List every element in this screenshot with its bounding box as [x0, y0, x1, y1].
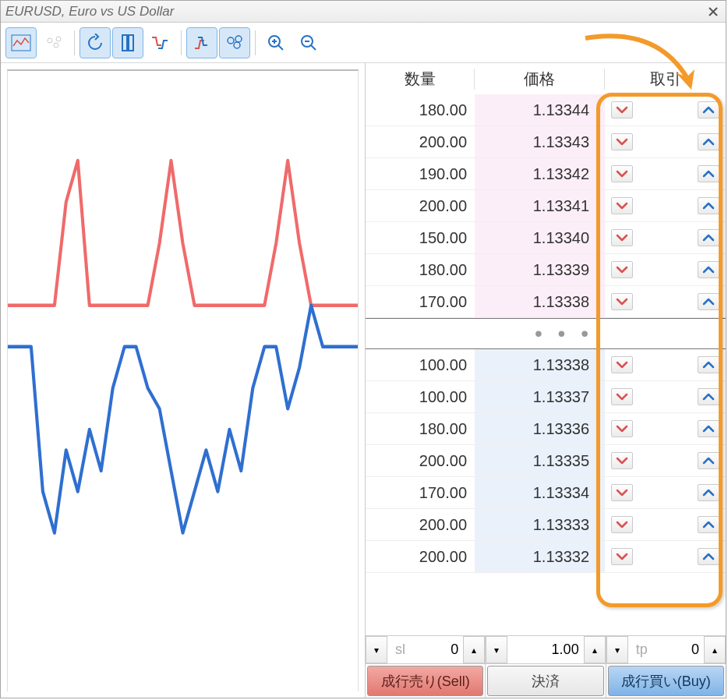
trade-cell — [605, 445, 726, 476]
dom-row: 200.001.13335 — [366, 445, 726, 477]
buy-at-price-button[interactable] — [698, 516, 719, 533]
sell-at-price-button[interactable] — [611, 420, 633, 437]
dom-rows: 180.001.13344200.001.13343190.001.133422… — [366, 94, 726, 635]
dom-row: 200.001.13343 — [366, 126, 726, 158]
chart-mode-button[interactable] — [5, 27, 37, 58]
buy-at-price-button[interactable] — [698, 452, 719, 469]
volume-cell: 180.00 — [366, 254, 475, 285]
buy-at-price-button[interactable] — [698, 165, 719, 182]
tp-decrease-button[interactable]: ▾ — [606, 636, 628, 663]
sell-at-price-button[interactable] — [611, 229, 633, 246]
price-cell: 1.13341 — [475, 190, 605, 221]
market-buy-button[interactable]: 成行買い(Buy) — [608, 666, 724, 696]
header-price: 価格 — [475, 69, 605, 90]
svg-point-1 — [48, 38, 52, 43]
volume-cell: 200.00 — [366, 541, 475, 572]
chart-svg — [8, 71, 358, 691]
refresh-button[interactable] — [80, 27, 111, 58]
buy-at-price-button[interactable] — [698, 261, 719, 278]
buy-at-price-button[interactable] — [698, 229, 719, 246]
buy-at-price-button[interactable] — [698, 133, 719, 150]
tp-spinner[interactable]: ▾ tp0 ▴ — [606, 636, 726, 664]
sl-decrease-button[interactable]: ▾ — [366, 636, 387, 663]
buy-at-price-button[interactable] — [698, 420, 719, 437]
dom-header: 数量 価格 取引 — [366, 63, 726, 94]
trade-cell — [605, 381, 726, 412]
depth-mode-button[interactable] — [38, 27, 69, 58]
price-cell: 1.13342 — [475, 158, 605, 189]
tick1-button[interactable] — [145, 27, 176, 58]
header-volume: 数量 — [366, 69, 475, 90]
trading-window: EURUSD, Euro vs US Dollar — [0, 0, 726, 698]
svg-point-7 — [234, 42, 240, 48]
close-position-button[interactable]: 決済 — [487, 666, 603, 696]
price-cell: 1.13343 — [475, 126, 605, 157]
sl-increase-button[interactable]: ▴ — [463, 636, 485, 663]
lot-spinner[interactable]: ▾ 1.00 ▴ — [486, 636, 605, 664]
column-view-button[interactable] — [112, 27, 143, 58]
buy-at-price-button[interactable] — [698, 356, 719, 373]
sell-at-price-button[interactable] — [611, 484, 633, 501]
price-cell: 1.13338 — [475, 349, 605, 380]
dom-row: 180.001.13339 — [366, 254, 726, 286]
dom-row: 200.001.13332 — [366, 541, 726, 573]
sl-spinner[interactable]: ▾ sl0 ▴ — [366, 636, 485, 664]
dom-row: 180.001.13336 — [366, 413, 726, 445]
dom-panel: 数量 価格 取引 180.001.13344200.001.13343190.0… — [366, 63, 726, 698]
titlebar: EURUSD, Euro vs US Dollar — [1, 1, 726, 23]
sell-at-price-button[interactable] — [611, 388, 633, 405]
buy-at-price-button[interactable] — [698, 197, 719, 214]
sell-at-price-button[interactable] — [611, 133, 633, 150]
sell-at-price-button[interactable] — [611, 548, 633, 565]
close-icon[interactable] — [705, 4, 721, 19]
volume-cell: 100.00 — [366, 381, 475, 412]
volume-cell: 180.00 — [366, 413, 475, 444]
window-title: EURUSD, Euro vs US Dollar — [5, 4, 174, 19]
tp-increase-button[interactable]: ▴ — [704, 636, 726, 663]
volume-cell: 200.00 — [366, 509, 475, 540]
dom-row: 170.001.13338 — [366, 286, 726, 318]
buy-at-price-button[interactable] — [698, 293, 719, 310]
buy-at-price-button[interactable] — [698, 388, 719, 405]
sell-at-price-button[interactable] — [611, 261, 633, 278]
svg-line-10 — [278, 45, 283, 50]
sell-at-price-button[interactable] — [611, 101, 633, 118]
lot-decrease-button[interactable]: ▾ — [486, 636, 507, 663]
tick-chart — [1, 63, 366, 698]
tick2-button[interactable] — [186, 27, 217, 58]
sell-at-price-button[interactable] — [611, 356, 633, 373]
buy-at-price-button[interactable] — [698, 101, 719, 118]
trade-cell — [605, 190, 726, 221]
sell-at-price-button[interactable] — [611, 197, 633, 214]
price-cell: 1.13333 — [475, 509, 605, 540]
zoom-in-button[interactable] — [260, 27, 292, 58]
sell-at-price-button[interactable] — [611, 293, 633, 310]
sell-at-price-button[interactable] — [611, 452, 633, 469]
dom-row: 180.001.13344 — [366, 94, 726, 126]
trade-cell — [605, 349, 726, 380]
price-cell: 1.13344 — [475, 94, 605, 126]
buy-at-price-button[interactable] — [698, 548, 719, 565]
svg-point-3 — [56, 37, 61, 41]
dom-row: 200.001.13333 — [366, 509, 726, 541]
volume-cell: 100.00 — [366, 349, 475, 380]
sell-at-price-button[interactable] — [611, 165, 633, 182]
trade-cell — [605, 413, 726, 444]
market-sell-button[interactable]: 成行売り(Sell) — [367, 666, 483, 696]
toolbar — [1, 23, 726, 63]
svg-point-8 — [235, 36, 242, 42]
dom-row: 170.001.13334 — [366, 477, 726, 509]
cluster-button[interactable] — [219, 27, 250, 58]
lot-increase-button[interactable]: ▴ — [584, 636, 606, 663]
zoom-out-button[interactable] — [293, 27, 324, 58]
svg-point-6 — [228, 37, 234, 44]
main-pane: 数量 価格 取引 180.001.13344200.001.13343190.0… — [1, 63, 726, 698]
dom-row: 100.001.13337 — [366, 381, 726, 413]
trade-cell — [605, 286, 726, 317]
header-trade: 取引 — [605, 69, 726, 90]
svg-rect-5 — [129, 35, 133, 51]
price-cell: 1.13334 — [475, 477, 605, 508]
trade-cell — [605, 477, 726, 508]
sell-at-price-button[interactable] — [611, 516, 633, 533]
buy-at-price-button[interactable] — [698, 484, 719, 501]
